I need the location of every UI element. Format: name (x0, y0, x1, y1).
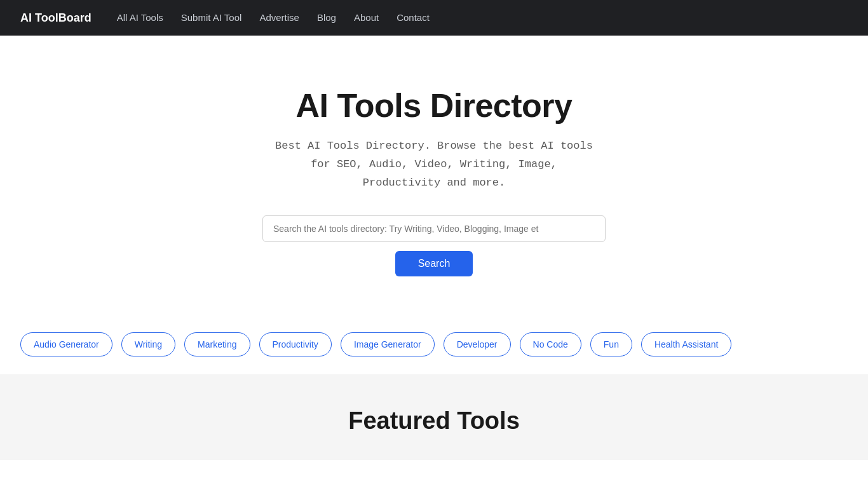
category-tag-developer[interactable]: Developer (444, 332, 511, 356)
category-tag-image-generator[interactable]: Image Generator (341, 332, 435, 356)
category-tag-writing[interactable]: Writing (121, 332, 175, 356)
navbar: AI ToolBoard All AI ToolsSubmit AI ToolA… (0, 0, 868, 36)
featured-title: Featured Tools (20, 407, 848, 435)
nav-link-all-ai-tools[interactable]: All AI Tools (117, 12, 163, 23)
nav-links: All AI ToolsSubmit AI ToolAdvertiseBlogA… (117, 12, 430, 24)
search-button[interactable]: Search (395, 251, 473, 276)
hero-title: AI Tools Directory (295, 86, 572, 125)
search-bar: Search (262, 215, 606, 276)
category-tag-marketing[interactable]: Marketing (184, 332, 250, 356)
featured-section: Featured Tools (0, 374, 868, 460)
category-tag-no-code[interactable]: No Code (520, 332, 581, 356)
hero-section: AI Tools Directory Best AI Tools Directo… (0, 36, 868, 315)
category-tag-productivity[interactable]: Productivity (259, 332, 332, 356)
nav-link-submit-ai-tool[interactable]: Submit AI Tool (181, 12, 242, 23)
search-input[interactable] (262, 215, 606, 242)
nav-link-about[interactable]: About (354, 12, 379, 23)
nav-link-advertise[interactable]: Advertise (259, 12, 299, 23)
nav-link-contact[interactable]: Contact (397, 12, 430, 23)
hero-subtitle: Best AI Tools Directory. Browse the best… (269, 137, 599, 193)
category-tag-audio-generator[interactable]: Audio Generator (20, 332, 112, 356)
nav-brand[interactable]: AI ToolBoard (20, 11, 92, 25)
category-tag-fun[interactable]: Fun (590, 332, 632, 356)
categories-bar: Audio GeneratorWritingMarketingProductiv… (0, 315, 868, 374)
nav-link-blog[interactable]: Blog (317, 12, 336, 23)
category-tag-health-assistant[interactable]: Health Assistant (641, 332, 731, 356)
